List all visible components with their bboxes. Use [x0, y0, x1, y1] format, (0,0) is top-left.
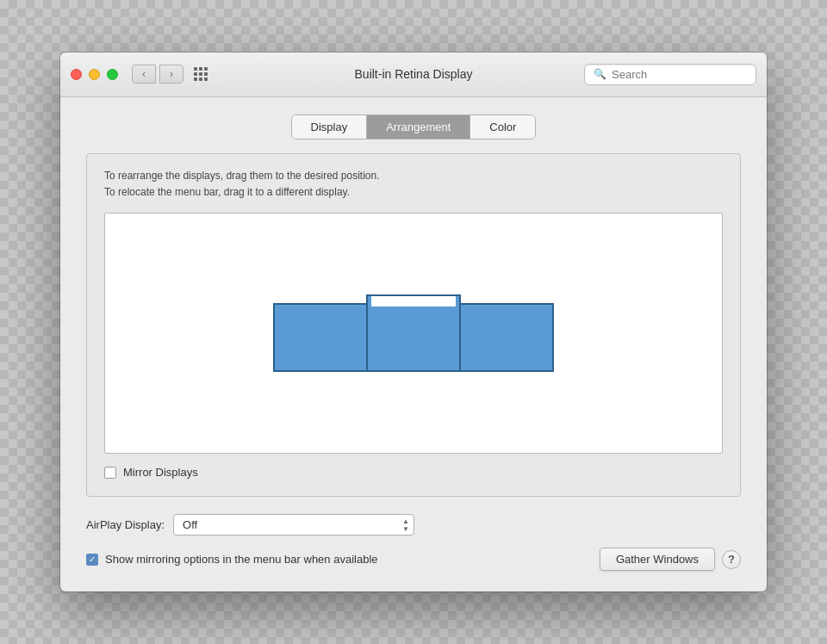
search-icon: 🔍 [594, 68, 606, 80]
show-mirroring-row: Show mirroring options in the menu bar w… [86, 548, 741, 571]
display-left[interactable] [273, 303, 368, 372]
nav-buttons: ‹ › [132, 65, 183, 84]
airplay-row: AirPlay Display: Off Apple TV Other ▲ ▼ [86, 514, 741, 536]
show-mirroring-checkbox[interactable] [86, 554, 98, 566]
show-mirroring-left: Show mirroring options in the menu bar w… [86, 553, 378, 566]
airplay-select-wrapper: Off Apple TV Other ▲ ▼ [173, 514, 414, 536]
close-button[interactable] [71, 69, 82, 80]
tab-display[interactable]: Display [292, 115, 368, 139]
show-mirroring-right: Gather Windows ? [600, 548, 741, 571]
maximize-button[interactable] [107, 69, 118, 80]
main-window: ‹ › Built-in Retina Display 🔍 Display Ar… [60, 53, 767, 591]
minimize-button[interactable] [89, 69, 100, 80]
forward-button[interactable]: › [159, 65, 183, 84]
instruction-line2: To relocate the menu bar, drag it to a d… [104, 184, 723, 201]
forward-icon: › [170, 68, 173, 80]
grid-view-button[interactable] [189, 65, 213, 84]
tab-arrangement[interactable]: Arrangement [367, 115, 470, 139]
search-input[interactable] [612, 68, 747, 81]
display-arrangement-area[interactable] [104, 213, 723, 454]
help-button[interactable]: ? [722, 550, 741, 569]
displays-diagram [273, 294, 554, 372]
search-bar[interactable]: 🔍 [584, 64, 756, 85]
window-title: Built-in Retina Display [355, 67, 473, 81]
back-icon: ‹ [142, 68, 146, 80]
airplay-label: AirPlay Display: [86, 518, 165, 531]
instructions: To rearrange the displays, drag them to … [104, 168, 723, 201]
display-right[interactable] [459, 303, 554, 372]
mirror-displays-label: Mirror Displays [123, 466, 198, 479]
mirror-displays-row: Mirror Displays [104, 466, 723, 479]
display-center[interactable] [366, 294, 461, 372]
tab-color[interactable]: Color [470, 115, 535, 139]
arrangement-panel: To rearrange the displays, drag them to … [86, 153, 741, 497]
mirror-displays-checkbox[interactable] [104, 467, 116, 479]
titlebar: ‹ › Built-in Retina Display 🔍 [60, 53, 767, 97]
instruction-line1: To rearrange the displays, drag them to … [104, 168, 723, 184]
traffic-lights [71, 69, 118, 80]
bottom-section: AirPlay Display: Off Apple TV Other ▲ ▼ [86, 514, 741, 571]
tab-bar: Display Arrangement Color [86, 115, 741, 139]
content-area: Display Arrangement Color To rearrange t… [60, 97, 767, 591]
gather-windows-button[interactable]: Gather Windows [600, 548, 715, 571]
grid-icon [194, 67, 208, 81]
tab-group: Display Arrangement Color [291, 115, 537, 139]
airplay-select[interactable]: Off Apple TV Other [173, 514, 414, 536]
back-button[interactable]: ‹ [132, 65, 156, 84]
show-mirroring-label: Show mirroring options in the menu bar w… [105, 553, 378, 566]
